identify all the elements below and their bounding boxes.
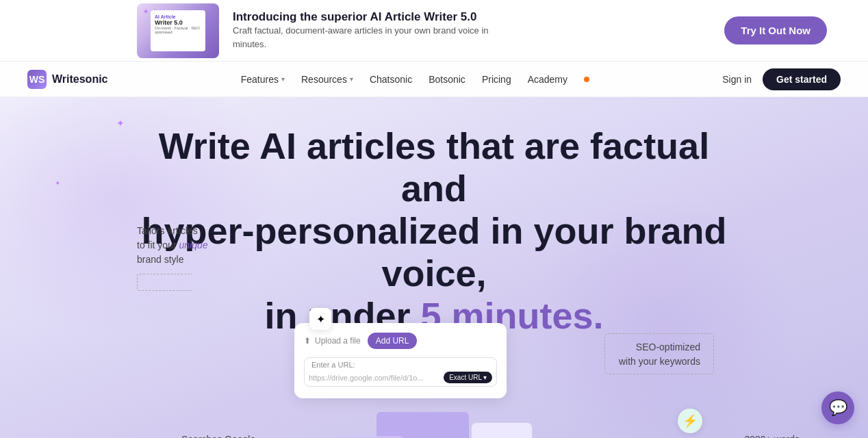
- upload-icon: ⬆: [304, 336, 311, 346]
- brand-unique: unique: [179, 240, 207, 250]
- banner: ✦ ✦ AI Article Writer 5.0 On-trend · Fac…: [0, 0, 868, 62]
- hero-title: Write AI articles that are factual and h…: [126, 125, 742, 337]
- searches-text: Searches Google for accurate information: [181, 433, 264, 438]
- nav-links: Features ▾ Resources ▾ Chatsonic Botsoni…: [241, 74, 589, 85]
- brand-line1: Tailors articles: [137, 225, 198, 236]
- sparkle-icon-3: ✦: [55, 179, 60, 187]
- resources-chevron-icon: ▾: [350, 75, 353, 83]
- hero-heading: Write AI articles that are factual and h…: [126, 125, 742, 337]
- resources-label: Resources: [301, 74, 347, 85]
- banner-writer-title: Writer 5.0: [155, 19, 201, 27]
- writesonic-logo-icon: WS: [27, 70, 47, 89]
- seo-card: SEO-optimized with your keywords: [619, 340, 700, 369]
- url-input-row: https://drive.google.com/file/d/1o... Ex…: [305, 370, 496, 386]
- nav-logo-text: Writesonic: [52, 73, 108, 86]
- content-block-purple-wide: [376, 412, 469, 438]
- banner-description: Craft factual, document-aware articles i…: [233, 24, 493, 51]
- hero-title-line2: hyper-personalized in your brand voice,: [141, 210, 726, 294]
- brand-line3: brand style: [137, 254, 183, 265]
- brand-dashed-line: [137, 274, 192, 291]
- nav-right: Sign in Get started: [722, 68, 841, 90]
- url-input-card: ⬆ Upload a file Add URL Enter a URL: htt…: [294, 323, 507, 398]
- exact-url-label: Exact URL: [449, 374, 482, 381]
- exact-url-button[interactable]: Exact URL ▾: [444, 372, 492, 383]
- brand-style-card: Tailors articles to fit your unique bran…: [137, 224, 208, 291]
- nav-resources[interactable]: Resources ▾: [301, 74, 353, 85]
- exact-url-chevron: ▾: [483, 374, 487, 381]
- navbar: WS Writesonic Features ▾ Resources ▾ Cha…: [0, 62, 868, 97]
- chat-icon: 💬: [829, 399, 847, 417]
- nav-features[interactable]: Features ▾: [241, 74, 285, 85]
- searches-card: Searches Google for accurate information: [181, 433, 264, 438]
- banner-ai-label: AI Article: [155, 14, 201, 19]
- wand-symbol: ✦: [316, 313, 325, 326]
- content-block-light: [471, 422, 533, 438]
- banner-image-card: AI Article Writer 5.0 On-trend · Factual…: [151, 10, 205, 51]
- upload-label: Upload a file: [315, 336, 361, 346]
- banner-left: ✦ ✦ AI Article Writer 5.0 On-trend · Fac…: [137, 3, 493, 58]
- add-url-tab[interactable]: Add URL: [368, 333, 418, 349]
- nav-chatsonic[interactable]: Chatsonic: [370, 74, 412, 85]
- sparkle-icon-1: ✦: [116, 118, 125, 129]
- banner-image-subtitle: On-trend · Factual · SEO optimised: [155, 26, 201, 34]
- banner-heading: Introducing the superior AI Article Writ…: [233, 10, 493, 24]
- url-input-value[interactable]: https://drive.google.com/file/d/1o...: [309, 374, 444, 382]
- nav-botsonic[interactable]: Botsonic: [429, 74, 465, 85]
- words-text: 2000+ words in one-go: [744, 433, 800, 438]
- chat-button[interactable]: 💬: [821, 391, 854, 424]
- banner-image: ✦ ✦ AI Article Writer 5.0 On-trend · Fac…: [137, 3, 219, 58]
- get-started-button[interactable]: Get started: [763, 68, 841, 90]
- botsonic-label: Botsonic: [429, 74, 465, 85]
- academy-label: Academy: [528, 74, 567, 85]
- nav-academy[interactable]: Academy: [528, 74, 567, 85]
- url-input-label: Enter a URL:: [305, 358, 496, 370]
- nav-logo[interactable]: WS Writesonic: [27, 70, 108, 89]
- nav-pricing[interactable]: Pricing: [482, 74, 511, 85]
- words-card: 2000+ words in one-go: [744, 433, 800, 438]
- sign-in-link[interactable]: Sign in: [722, 74, 752, 85]
- features-label: Features: [241, 74, 279, 85]
- words-line1: 2000+ words: [744, 434, 800, 438]
- upload-file-tab[interactable]: ⬆ Upload a file: [304, 333, 361, 349]
- hero-section: ✦ ✦ ✦ Write AI articles that are factual…: [0, 97, 868, 438]
- pricing-label: Pricing: [482, 74, 511, 85]
- searches-line1: Searches Google: [181, 434, 255, 438]
- banner-text: Introducing the superior AI Article Writ…: [233, 10, 493, 51]
- features-chevron-icon: ▾: [281, 75, 285, 83]
- bolt-icon: ⚡: [678, 409, 702, 433]
- brand-line2: to fit your: [137, 240, 179, 250]
- try-it-out-button[interactable]: Try It Out Now: [724, 16, 827, 44]
- url-input-area: Enter a URL: https://drive.google.com/fi…: [304, 357, 497, 387]
- notification-dot: [584, 77, 589, 82]
- wand-icon: ✦: [309, 308, 331, 330]
- seo-dashed-box: [604, 333, 714, 374]
- hero-title-line1: Write AI articles that are factual and: [159, 125, 709, 209]
- card-tabs: ⬆ Upload a file Add URL: [304, 333, 497, 349]
- chatsonic-label: Chatsonic: [370, 74, 412, 85]
- brand-text: Tailors articles to fit your unique bran…: [137, 224, 208, 267]
